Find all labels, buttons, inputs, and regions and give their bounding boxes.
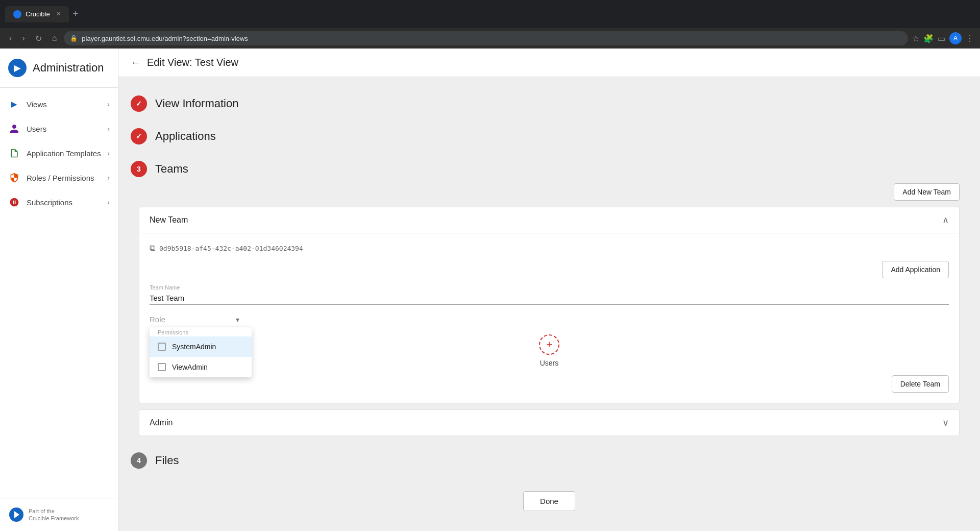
view-admin-dropdown-item[interactable]: ViewAdmin xyxy=(150,357,252,377)
views-chevron-icon: › xyxy=(107,100,110,108)
app-templates-chevron-icon: › xyxy=(107,149,110,157)
edit-view-title: Edit View: Test View xyxy=(147,57,238,68)
teams-section: Add New Team New Team ∧ ⧉ 0d9b5918-a xyxy=(131,183,968,442)
role-dropdown-menu: Permissions SystemAdmin xyxy=(150,327,252,377)
subscriptions-label: Subscriptions xyxy=(27,198,72,207)
done-button[interactable]: Done xyxy=(523,491,575,511)
step-2-label: Applications xyxy=(155,130,216,143)
view-admin-label: ViewAdmin xyxy=(172,363,208,371)
collapse-new-team-button[interactable]: ∧ xyxy=(942,214,949,226)
edit-view-header: ← Edit View: Test View xyxy=(118,49,980,77)
step-1-indicator: ✓ xyxy=(131,95,147,112)
active-tab[interactable]: Crucible ✕ xyxy=(5,6,69,22)
app-templates-icon xyxy=(8,147,20,159)
team-fields-area: Add Application Team Name xyxy=(150,261,949,393)
reload-button[interactable]: ↻ xyxy=(32,32,45,45)
roles-icon xyxy=(8,172,20,184)
role-select[interactable]: Role SystemAdmin ViewAdmin xyxy=(150,313,241,326)
views-icon: ▶ xyxy=(8,98,20,110)
subscriptions-chevron-icon: › xyxy=(107,198,110,206)
team-id-text: 0d9b5918-af45-432c-a402-01d346024394 xyxy=(159,245,303,252)
admin-card-header: Admin ∨ xyxy=(139,410,959,436)
step-4-header: 4 Files xyxy=(131,446,968,475)
expand-admin-team-button[interactable]: ∨ xyxy=(942,417,949,428)
tab-bar: Crucible ✕ + xyxy=(5,6,80,22)
step-4-indicator: 4 xyxy=(131,452,147,469)
copy-id-icon[interactable]: ⧉ xyxy=(150,244,155,253)
sidebar: ▶ Administration ▶ Views › Users › A xyxy=(0,49,118,531)
step-3-header: 3 Teams xyxy=(131,155,968,183)
new-team-title: New Team xyxy=(150,215,188,225)
new-team-card-header: New Team ∧ xyxy=(139,207,959,233)
home-button[interactable]: ⌂ xyxy=(49,32,60,45)
team-id-row: ⧉ 0d9b5918-af45-432c-a402-01d346024394 xyxy=(150,244,949,253)
users-chevron-icon: › xyxy=(107,125,110,133)
tab-close-icon[interactable]: ✕ xyxy=(56,11,61,17)
users-label: Users xyxy=(27,125,46,133)
window-icon[interactable]: ▭ xyxy=(938,34,945,43)
users-icon xyxy=(8,123,20,135)
team-name-input[interactable] xyxy=(150,292,949,305)
back-button[interactable]: ← xyxy=(131,57,141,68)
team-name-field-group: Team Name xyxy=(150,284,949,305)
admin-team-card: Admin ∨ xyxy=(139,409,960,436)
main-content: ← Edit View: Test View ✓ View Informatio… xyxy=(118,49,980,531)
roles-chevron-icon: › xyxy=(107,174,110,182)
delete-team-row: Delete Team xyxy=(150,375,949,393)
system-admin-dropdown-item[interactable]: SystemAdmin xyxy=(150,336,252,357)
step-3-indicator: 3 xyxy=(131,161,147,177)
sidebar-item-roles-permissions[interactable]: Roles / Permissions › xyxy=(0,165,118,190)
users-section: + Users xyxy=(150,334,949,367)
team-name-label: Team Name xyxy=(150,284,949,291)
back-nav-button[interactable]: ‹ xyxy=(6,32,15,45)
sidebar-title: Administration xyxy=(33,61,104,75)
add-user-circle-button[interactable]: + xyxy=(539,334,559,355)
address-bar[interactable]: 🔒 player.gauntlet.sei.cmu.edu/admin?sect… xyxy=(64,31,908,45)
toolbar-icons: ☆ 🧩 ▭ A ⋮ xyxy=(912,32,974,44)
url-text: player.gauntlet.sei.cmu.edu/admin?sectio… xyxy=(82,35,248,42)
sidebar-item-users[interactable]: Users › xyxy=(0,116,118,141)
view-admin-checkbox[interactable] xyxy=(158,363,166,371)
team-body-main: Add Application Team Name xyxy=(150,261,949,393)
role-dropdown-wrapper: Role SystemAdmin ViewAdmin ▾ Permiss xyxy=(150,313,241,326)
browser-toolbar: ‹ › ↻ ⌂ 🔒 player.gauntlet.sei.cmu.edu/ad… xyxy=(0,28,980,49)
add-new-team-button[interactable]: Add New Team xyxy=(894,183,960,201)
footer-text: Part of the Crucible Framework xyxy=(29,508,79,522)
step-2-header: ✓ Applications xyxy=(131,122,968,151)
step-1-label: View Information xyxy=(155,97,238,110)
step-teams: 3 Teams Add New Team New Team ∧ xyxy=(131,155,968,442)
views-label: Views xyxy=(27,100,47,109)
sidebar-nav: ▶ Views › Users › Application Templates … xyxy=(0,88,118,498)
forward-nav-button[interactable]: › xyxy=(19,32,28,45)
browser-chrome: Crucible ✕ + xyxy=(0,0,980,28)
new-tab-button[interactable]: + xyxy=(71,7,81,21)
steps-container: ✓ View Information ✓ Applications 3 Team… xyxy=(118,77,980,531)
app-templates-label: Application Templates xyxy=(27,149,101,158)
sidebar-footer: Part of the Crucible Framework xyxy=(0,498,118,531)
system-admin-checkbox[interactable] xyxy=(158,343,166,351)
tab-label: Crucible xyxy=(26,10,50,18)
sidebar-item-subscriptions[interactable]: Subscriptions › xyxy=(0,190,118,214)
step-3-label: Teams xyxy=(155,162,188,176)
extensions-icon[interactable]: 🧩 xyxy=(923,34,934,43)
tab-favicon xyxy=(13,10,21,18)
step-2-indicator: ✓ xyxy=(131,128,147,144)
role-field-group: Role SystemAdmin ViewAdmin ▾ Permiss xyxy=(150,313,949,326)
user-avatar[interactable]: A xyxy=(949,32,962,44)
users-label: Users xyxy=(540,359,559,367)
sidebar-item-app-templates[interactable]: Application Templates › xyxy=(0,141,118,165)
permissions-label: Permissions xyxy=(150,327,252,336)
subscriptions-icon xyxy=(8,196,20,208)
system-admin-label: SystemAdmin xyxy=(172,343,216,351)
app-layout: ▶ Administration ▶ Views › Users › A xyxy=(0,49,980,531)
delete-team-button[interactable]: Delete Team xyxy=(892,375,949,393)
step-view-information: ✓ View Information xyxy=(131,89,968,118)
bookmark-icon[interactable]: ☆ xyxy=(912,34,919,43)
new-team-card-body: ⧉ 0d9b5918-af45-432c-a402-01d346024394 A… xyxy=(139,233,959,403)
menu-icon[interactable]: ⋮ xyxy=(966,34,974,43)
sidebar-logo-icon: ▶ xyxy=(8,59,27,77)
step-1-header: ✓ View Information xyxy=(131,89,968,118)
sidebar-item-views[interactable]: ▶ Views › xyxy=(0,92,118,116)
add-team-btn-row: Add New Team xyxy=(139,183,960,201)
add-application-button[interactable]: Add Application xyxy=(882,261,949,278)
